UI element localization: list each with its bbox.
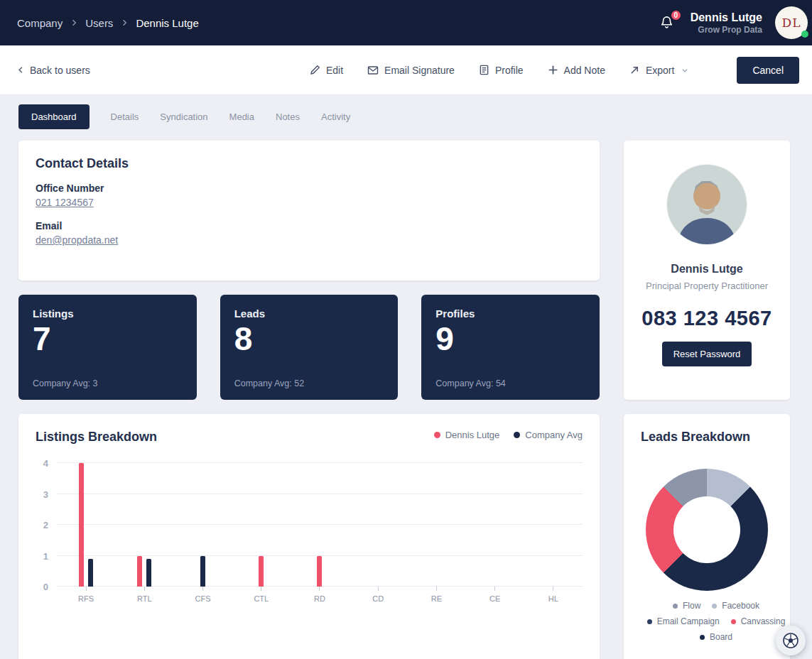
- stat-company-avg: Company Avg: 3: [33, 378, 183, 388]
- breadcrumb-company[interactable]: Company: [17, 17, 63, 29]
- x-axis-label: HL: [524, 587, 583, 603]
- action-toolbar: Back to users Edit Email Signature Profi…: [0, 45, 812, 95]
- bar: [88, 559, 93, 587]
- listings-breakdown-card: Listings Breakdown Dennis LutgeCompany A…: [18, 414, 600, 659]
- add-note-label: Add Note: [564, 65, 605, 76]
- bar: [137, 556, 142, 587]
- profile-photo: [667, 165, 747, 244]
- edit-button[interactable]: Edit: [310, 65, 343, 76]
- tab-bar: Dashboard Details Syndication Media Note…: [18, 104, 812, 129]
- main-content: Contact Details Office Number 021 123456…: [0, 129, 812, 659]
- x-axis-label: RTL: [115, 587, 173, 603]
- listings-breakdown-title: Listings Breakdown: [36, 430, 157, 445]
- x-axis-label: CFS: [173, 587, 232, 603]
- tab-activity[interactable]: Activity: [321, 111, 350, 122]
- email-label: Email: [36, 220, 583, 232]
- export-button[interactable]: Export: [629, 65, 688, 76]
- chevron-down-icon: [681, 67, 688, 74]
- breadcrumb: Company Users Dennis Lutge: [17, 17, 199, 29]
- bar-group-cfs: [173, 463, 232, 587]
- listings-stat-card: Listings 7 Company Avg: 3: [18, 295, 197, 400]
- export-label: Export: [646, 65, 674, 76]
- bar-group-hl: [524, 463, 583, 587]
- stats-row: Listings 7 Company Avg: 3 Leads 8 Compan…: [18, 295, 600, 400]
- profile-name: Dennis Lutge: [671, 263, 742, 276]
- export-arrow-icon: [629, 65, 640, 75]
- leads-breakdown-card: Leads Breakdown FlowFacebookEmail Campai…: [624, 414, 790, 659]
- legend-item: Email Campaign: [647, 616, 720, 626]
- bar: [79, 463, 84, 587]
- stat-label: Profiles: [435, 307, 585, 320]
- tab-dashboard[interactable]: Dashboard: [18, 104, 90, 129]
- y-axis-tick-label: 3: [43, 489, 48, 499]
- reset-password-button[interactable]: Reset Password: [662, 342, 752, 366]
- stat-value: 8: [234, 321, 384, 357]
- tab-details[interactable]: Details: [111, 111, 139, 122]
- tab-syndication[interactable]: Syndication: [160, 111, 207, 122]
- document-icon: [479, 65, 489, 75]
- chevron-right-icon: [70, 18, 78, 27]
- x-axis-label: RFS: [57, 587, 115, 603]
- breadcrumb-users[interactable]: Users: [85, 17, 113, 29]
- legend-item: Canvassing: [731, 616, 786, 626]
- legend-item: Board: [700, 632, 732, 642]
- email-signature-button[interactable]: Email Signature: [367, 65, 455, 76]
- stat-value: 7: [33, 321, 183, 357]
- office-number-label: Office Number: [36, 183, 583, 194]
- tab-media[interactable]: Media: [229, 111, 254, 122]
- header-user-name: Dennis Lutge: [691, 11, 762, 25]
- user-profile-card: Dennis Lutge Principal Property Practiti…: [624, 141, 790, 400]
- y-axis-tick-label: 2: [43, 521, 48, 530]
- x-axis-label: RD: [291, 587, 349, 603]
- leads-breakdown-title: Leads Breakdown: [641, 430, 773, 445]
- cancel-button[interactable]: Cancel: [737, 57, 799, 84]
- bar-chart-y-axis: 01234: [36, 463, 57, 587]
- user-avatar[interactable]: DL: [775, 6, 808, 39]
- email-link[interactable]: den@propdata.net: [36, 234, 118, 246]
- chevron-right-icon: [120, 18, 129, 27]
- stat-company-avg: Company Avg: 52: [234, 378, 384, 388]
- bar-group-cd: [349, 463, 407, 587]
- header-user-info: Dennis Lutge Grow Prop Data: [691, 11, 762, 36]
- bar: [317, 556, 322, 587]
- add-note-button[interactable]: Add Note: [548, 65, 605, 76]
- avatar-initials: DL: [782, 16, 801, 30]
- x-axis-label: CE: [466, 587, 524, 603]
- contact-details-card: Contact Details Office Number 021 123456…: [18, 141, 600, 281]
- bar-chart-x-axis: RFSRTLCFSCTLRDCDRECEHL: [57, 587, 583, 603]
- pencil-icon: [310, 65, 320, 75]
- bar: [146, 559, 151, 587]
- legend-item: Company Avg: [514, 430, 583, 440]
- envelope-icon: [367, 65, 379, 76]
- bar-group-re: [407, 463, 465, 587]
- back-to-users-button[interactable]: Back to users: [17, 65, 90, 76]
- online-status-dot: [801, 31, 808, 38]
- donut-chart: [646, 469, 768, 591]
- y-axis-tick-label: 1: [43, 551, 48, 560]
- back-button-label: Back to users: [30, 65, 90, 76]
- email-signature-label: Email Signature: [384, 65, 455, 76]
- notifications-button[interactable]: 0: [656, 12, 678, 34]
- header-company-name: Grow Prop Data: [691, 25, 762, 36]
- bar-chart-legend: Dennis LutgeCompany Avg: [434, 430, 583, 440]
- profile-label: Profile: [495, 65, 524, 76]
- contact-details-title: Contact Details: [36, 156, 583, 171]
- profiles-stat-card: Profiles 9 Company Avg: 54: [421, 295, 600, 400]
- notification-badge: 0: [670, 9, 682, 21]
- bar: [259, 556, 264, 587]
- stat-value: 9: [435, 321, 585, 357]
- y-axis-tick-label: 4: [43, 459, 48, 468]
- tab-notes[interactable]: Notes: [276, 111, 300, 122]
- bar-chart: 01234: [36, 463, 583, 587]
- support-widget-button[interactable]: [776, 626, 806, 655]
- x-axis-label: CTL: [232, 587, 291, 603]
- office-number-link[interactable]: 021 1234567: [36, 197, 94, 208]
- bar-group-ctl: [232, 463, 291, 587]
- plus-icon: [548, 65, 558, 75]
- legend-item: Facebook: [712, 601, 759, 611]
- breadcrumb-current-user: Dennis Lutge: [136, 17, 198, 29]
- profile-button[interactable]: Profile: [479, 65, 524, 76]
- x-axis-label: RE: [407, 587, 465, 603]
- stat-label: Listings: [33, 307, 183, 320]
- soccer-ball-icon: [782, 632, 799, 649]
